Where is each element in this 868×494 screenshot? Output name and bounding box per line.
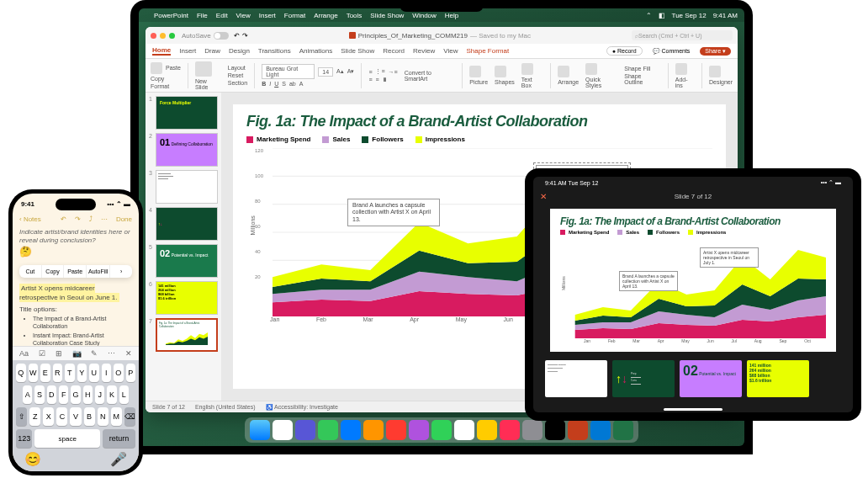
font-color-icon[interactable]: A — [299, 81, 304, 87]
menu-edit[interactable]: Edit — [216, 12, 228, 19]
shape-fill-button[interactable]: Shape Fill — [624, 66, 661, 72]
mic-key[interactable]: 🎤 — [110, 451, 127, 467]
done-button[interactable]: Done — [116, 215, 132, 223]
tab-home[interactable]: Home — [152, 46, 171, 56]
emoji-key[interactable]: 😊 — [24, 451, 41, 467]
layout-button[interactable]: Layout — [228, 65, 247, 71]
key-H[interactable]: H — [83, 385, 93, 404]
redo-icon[interactable]: ↷ — [242, 32, 248, 40]
key-B[interactable]: B — [84, 407, 95, 426]
thumb-6[interactable]: 6141 million264 million$68 billion$1.6 t… — [149, 281, 218, 315]
tab-shapeformat[interactable]: Shape Format — [467, 47, 510, 55]
key-R[interactable]: R — [53, 364, 63, 382]
dock-messages[interactable] — [318, 420, 338, 440]
format-more[interactable]: ⋯ — [108, 349, 115, 358]
home-indicator[interactable] — [664, 408, 722, 411]
key-Y[interactable]: Y — [77, 364, 87, 382]
font-grow-icon[interactable]: A▴ — [336, 68, 344, 75]
dock-mail[interactable] — [341, 420, 361, 440]
share-button[interactable]: Share ▾ — [700, 47, 731, 56]
bullets-icon[interactable]: ≡ — [368, 69, 372, 75]
key-G[interactable]: G — [71, 385, 80, 404]
arrange-icon[interactable] — [558, 66, 569, 77]
key-F[interactable]: F — [59, 385, 68, 404]
highlight-icon[interactable]: ab — [289, 81, 296, 87]
dock-calendar[interactable] — [454, 420, 474, 440]
more-icon[interactable]: ⋯ — [101, 215, 108, 223]
ipad-thumb-6[interactable]: 141 million264 million$68 billion$1.6 tr… — [747, 360, 809, 397]
dock-finder[interactable] — [250, 420, 270, 440]
key-123[interactable]: 123 — [16, 429, 32, 448]
dock-excel[interactable] — [613, 420, 633, 440]
key-N[interactable]: N — [98, 407, 108, 426]
key-X[interactable]: X — [43, 407, 54, 426]
menu-view[interactable]: View — [236, 12, 251, 19]
tab-animations[interactable]: Animations — [299, 47, 333, 55]
ctx-paste[interactable]: Paste — [64, 265, 87, 278]
menubar-clock[interactable]: 9:41 AM — [713, 12, 738, 19]
format-close[interactable]: ✕ — [125, 349, 132, 358]
key-I[interactable]: I — [102, 364, 112, 382]
key-A[interactable]: A — [23, 385, 32, 404]
textbox-icon[interactable] — [521, 63, 533, 75]
format-aa[interactable]: Aa — [19, 349, 29, 358]
format-button[interactable]: Format — [151, 83, 169, 89]
dock-app3[interactable] — [386, 420, 406, 440]
close-icon[interactable] — [151, 33, 156, 39]
status-lang[interactable]: English (United States) — [195, 404, 256, 410]
addins-icon[interactable] — [675, 63, 687, 75]
format-camera[interactable]: 📷 — [72, 349, 82, 358]
tab-slideshow[interactable]: Slide Show — [341, 47, 374, 55]
format-draw[interactable]: ✎ — [91, 349, 98, 358]
back-button[interactable]: ‹ Notes — [19, 215, 41, 223]
thumb-5[interactable]: 502 Potential vs. Impact — [149, 244, 218, 278]
wifi-icon[interactable]: ⌃ — [646, 12, 652, 19]
thumb-7[interactable]: 7Fig. 1a: The Impact of a Brand-Artist C… — [149, 318, 218, 352]
font-select[interactable]: Bureau Grot Light — [262, 64, 315, 79]
share-icon[interactable]: ⤴ — [89, 215, 93, 223]
ipad-thumb-5[interactable]: 02 Potential vs. Impact — [680, 360, 742, 397]
search-input[interactable]: ⌕ Search (Cmd + Ctrl + U) — [632, 30, 733, 40]
slide-title[interactable]: Fig. 1a: The Impact of a Brand-Artist Co… — [246, 113, 712, 130]
tab-design[interactable]: Design — [229, 47, 250, 55]
tab-transitions[interactable]: Transitions — [258, 47, 291, 55]
menu-file[interactable]: File — [197, 12, 208, 19]
tab-view[interactable]: View — [443, 47, 458, 55]
key-Q[interactable]: Q — [16, 364, 26, 382]
font-size[interactable]: 14 — [318, 67, 333, 77]
convert-smartart[interactable]: Convert to SmartArt — [405, 70, 456, 82]
ipad-slide[interactable]: Fig. 1a: The Impact of a Brand-Artist Co… — [550, 209, 836, 352]
reset-button[interactable]: Reset — [228, 72, 247, 78]
minimize-icon[interactable] — [160, 33, 166, 39]
thumb-2[interactable]: 201 Defining Collaboration — [149, 133, 218, 167]
key-L[interactable]: L — [119, 385, 129, 404]
notes-body[interactable]: Indicate artist/brand identities here or… — [13, 225, 139, 262]
menubar-date[interactable]: Tue Sep 12 — [672, 12, 707, 19]
tab-review[interactable]: Review — [413, 47, 435, 55]
menubar-app[interactable]: PowerPoint — [154, 12, 188, 19]
strike-icon[interactable]: S — [282, 81, 286, 87]
key-J[interactable]: J — [95, 385, 104, 404]
notes-text[interactable]: Artist X opens midcareer retrospective i… — [13, 281, 139, 352]
italic-icon[interactable]: I — [269, 81, 271, 87]
ctx-autofill[interactable]: AutoFill — [87, 265, 110, 278]
menu-tools[interactable]: Tools — [347, 12, 363, 19]
dock-powerpoint[interactable] — [568, 420, 588, 440]
key-⇧[interactable]: ⇧ — [16, 407, 27, 426]
underline-icon[interactable]: U — [274, 81, 278, 87]
new-slide-icon[interactable] — [195, 61, 212, 77]
key-C[interactable]: C — [56, 407, 67, 426]
format-table[interactable]: ⊞ — [56, 349, 62, 358]
dock-notes[interactable] — [477, 420, 497, 440]
maximize-icon[interactable] — [169, 33, 175, 39]
ipad-thumb-3[interactable]: ▬▬▬▬ ▬▬▬▬▬▬▬▬▬▬▬▬▬ — [545, 360, 607, 397]
status-access[interactable]: ♿ Accessibility: Investigate — [266, 404, 338, 411]
quickstyles-icon[interactable] — [585, 63, 597, 75]
bold-icon[interactable]: B — [262, 81, 266, 87]
menu-format[interactable]: Format — [284, 12, 305, 19]
font-shrink-icon[interactable]: A▾ — [347, 68, 355, 75]
ctx-copy[interactable]: Copy — [42, 265, 65, 278]
callout-brand[interactable]: Brand A launches a capsule collection wi… — [347, 199, 440, 226]
key-S[interactable]: S — [34, 385, 44, 404]
paste-icon[interactable] — [151, 62, 162, 74]
